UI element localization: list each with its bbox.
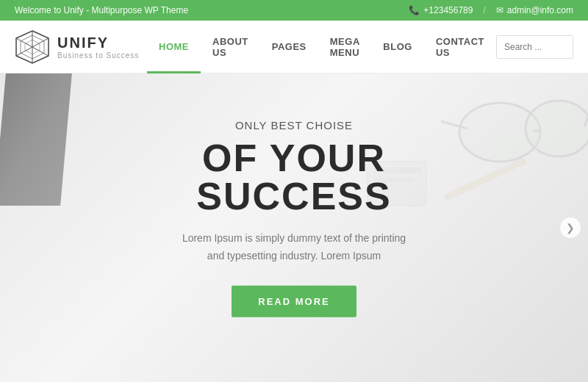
- phone-info: 📞 +123456789: [409, 5, 473, 15]
- logo-title: UNIFY: [57, 35, 139, 51]
- search-input[interactable]: [497, 36, 573, 58]
- nav-mega-menu[interactable]: MEGA MENU: [318, 21, 372, 73]
- top-bar: Welcome to Unify - Multipurpose WP Theme…: [0, 0, 588, 21]
- phone-icon: 📞: [409, 5, 420, 15]
- nav-home[interactable]: HOME: [147, 21, 201, 73]
- svg-point-9: [526, 101, 588, 156]
- nav-pages[interactable]: PAGES: [260, 21, 318, 73]
- logo-area[interactable]: UNIFY Business to Success: [15, 29, 147, 65]
- svg-rect-16: [444, 158, 526, 201]
- arrow-right-icon: ❯: [566, 222, 575, 234]
- top-bar-right: 📞 +123456789 / ✉ admin@info.com: [409, 5, 573, 15]
- hero-content: ONLY BEST CHOISE OF YOUR SUCCESS Lorem I…: [147, 119, 441, 317]
- email-info: ✉ admin@info.com: [496, 5, 573, 15]
- site-header: UNIFY Business to Success HOME ABOUT US …: [0, 21, 588, 73]
- logo-subtitle: Business to Success: [57, 51, 139, 60]
- search-area: [496, 35, 573, 59]
- hero-title: OF YOUR SUCCESS: [147, 139, 441, 215]
- email-icon: ✉: [496, 5, 503, 15]
- email-address: admin@info.com: [507, 5, 573, 15]
- nav-contact[interactable]: CONTACT US: [424, 21, 496, 73]
- main-nav: HOME ABOUT US PAGES MEGA MENU BLOG CONTA…: [147, 21, 496, 73]
- nav-blog[interactable]: BLOG: [371, 21, 424, 73]
- phone-number: +123456789: [423, 5, 473, 15]
- hero-desc-line1: Lorem Ipsum is simply dummy text of the …: [182, 232, 406, 244]
- dark-overlay: [0, 73, 72, 206]
- hero-subtitle: ONLY BEST CHOISE: [147, 119, 441, 131]
- divider: /: [483, 5, 485, 15]
- hero-next-arrow[interactable]: ❯: [560, 217, 581, 238]
- read-more-button[interactable]: READ MORE: [232, 285, 356, 317]
- hero-section: ONLY BEST CHOISE OF YOUR SUCCESS Lorem I…: [0, 73, 588, 382]
- welcome-text: Welcome to Unify - Multipurpose WP Theme: [15, 5, 188, 15]
- logo-text: UNIFY Business to Success: [57, 35, 139, 60]
- nav-about[interactable]: ABOUT US: [201, 21, 260, 73]
- hero-description: Lorem Ipsum is simply dummy text of the …: [147, 230, 441, 265]
- hero-desc-line2: and typesetting industry. Lorem Ipsum: [207, 250, 381, 262]
- logo-icon: [15, 29, 50, 65]
